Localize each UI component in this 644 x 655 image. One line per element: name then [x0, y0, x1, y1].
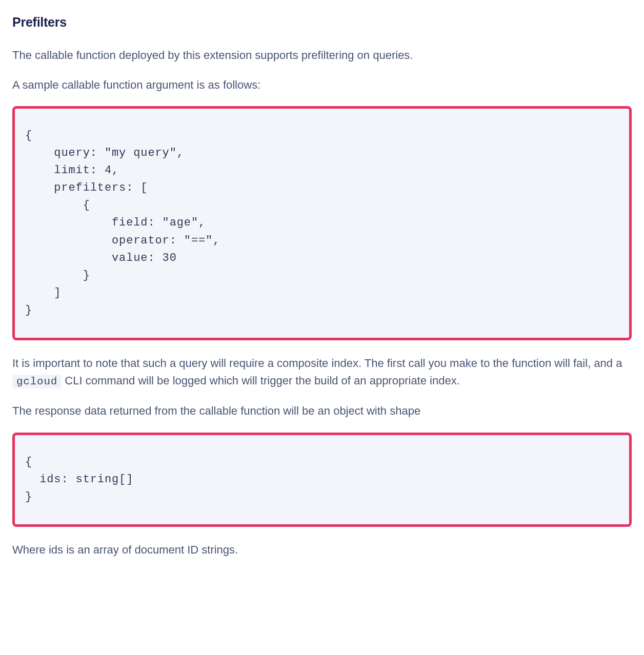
response-lead-in: The response data returned from the call…: [12, 402, 632, 420]
intro-paragraph: The callable function deployed by this e…: [12, 47, 632, 64]
closing-paragraph: Where ids is an array of document ID str…: [12, 541, 632, 559]
sample-lead-in: A sample callable function argument is a…: [12, 76, 632, 94]
code-block-response-shape: { ids: string[] }: [12, 433, 632, 527]
composite-note-pre: It is important to note that such a quer…: [12, 357, 622, 370]
section-heading: Prefilters: [12, 12, 632, 32]
composite-index-note: It is important to note that such a quer…: [12, 355, 632, 390]
code-block-prefilter-example: { query: "my query", limit: 4, prefilter…: [12, 106, 632, 340]
inline-code-gcloud: gcloud: [12, 375, 62, 388]
composite-note-post: CLI command will be logged which will tr…: [62, 374, 460, 387]
